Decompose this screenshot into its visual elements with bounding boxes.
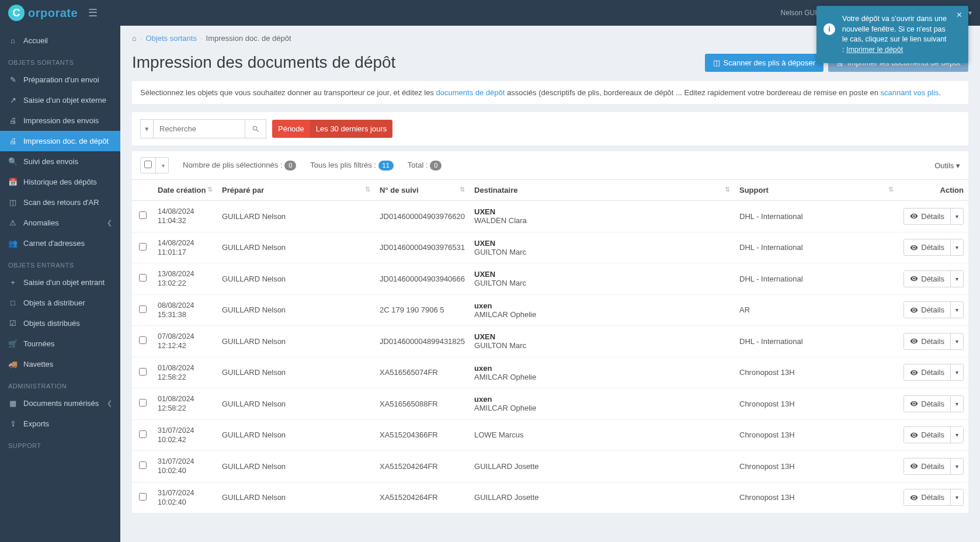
cell-preparer: GUILLARD Nelson bbox=[217, 201, 375, 232]
cell-preparer: GUILLARD Nelson bbox=[217, 419, 375, 451]
cell-date: 01/08/202412:58:22 bbox=[153, 388, 217, 420]
sidebar-item-tournees[interactable]: 🛒Tournées bbox=[0, 333, 120, 354]
filtered-count: Tous les plis filtrés : 11 bbox=[310, 161, 394, 171]
cell-suivi: XA515204264FR bbox=[375, 451, 470, 482]
home-icon[interactable]: ⌂ bbox=[132, 34, 137, 43]
details-button[interactable]: Détails bbox=[904, 458, 950, 474]
scan-plis-button[interactable]: ◫ Scanner des plis à déposer bbox=[705, 54, 824, 72]
details-dropdown[interactable]: ▾ bbox=[950, 396, 963, 412]
details-button[interactable]: Détails bbox=[904, 489, 950, 505]
col-suivi[interactable]: N° de suivi⇅ bbox=[375, 180, 470, 201]
col-action: Action bbox=[898, 180, 968, 201]
sidebar-item-preparation-envoi[interactable]: ✎Préparation d'un envoi bbox=[0, 70, 120, 90]
upload-icon: ⇪ bbox=[8, 419, 18, 428]
sidebar-item-impression-envois[interactable]: 🖨Impression des envois bbox=[0, 110, 120, 131]
sidebar-item-historique-depots[interactable]: 📅Historique des dépôts bbox=[0, 172, 120, 192]
row-checkbox[interactable] bbox=[139, 399, 147, 406]
select-all-checkbox[interactable] bbox=[144, 161, 152, 168]
col-support[interactable]: Support⇅ bbox=[735, 180, 898, 201]
sidebar-item-home[interactable]: ⌂Accueil bbox=[0, 30, 120, 51]
app-logo[interactable]: C orporate bbox=[8, 5, 78, 21]
table-row: 31/07/202410:02:40GUILLARD NelsonXA51520… bbox=[132, 482, 968, 513]
row-checkbox[interactable] bbox=[139, 243, 147, 251]
info-link-documents[interactable]: documents de dépôt bbox=[436, 88, 505, 97]
row-checkbox[interactable] bbox=[139, 461, 147, 469]
period-label: Période bbox=[272, 120, 310, 138]
search-button[interactable] bbox=[245, 120, 266, 138]
row-checkbox[interactable] bbox=[139, 211, 147, 219]
toast-link[interactable]: Imprimer le dépôt bbox=[846, 46, 903, 54]
cell-preparer: GUILLARD Nelson bbox=[217, 388, 375, 420]
search-type-dropdown[interactable]: ▾ bbox=[141, 120, 154, 138]
cell-support: DHL - International bbox=[735, 263, 898, 295]
details-dropdown[interactable]: ▾ bbox=[950, 209, 963, 224]
details-dropdown[interactable]: ▾ bbox=[950, 458, 963, 474]
sidebar-item-navettes[interactable]: 🚚Navettes bbox=[0, 354, 120, 374]
details-dropdown[interactable]: ▾ bbox=[950, 364, 963, 380]
row-checkbox[interactable] bbox=[139, 368, 147, 376]
sidebar-item-saisie-objet-entrant[interactable]: +Saisie d'un objet entrant bbox=[0, 272, 120, 293]
table-row: 31/07/202410:02:42GUILLARD NelsonXA51520… bbox=[132, 419, 968, 451]
chevron-down-icon: ▾ bbox=[956, 161, 960, 170]
sidebar-item-objets-distribues[interactable]: ☑Objets distribués bbox=[0, 313, 120, 333]
cell-support: Chronopost 13H bbox=[735, 451, 898, 482]
details-dropdown[interactable]: ▾ bbox=[950, 489, 963, 505]
details-button[interactable]: Détails bbox=[904, 271, 950, 287]
sidebar-item-anomalies[interactable]: ⚠Anomalies❮ bbox=[0, 213, 120, 233]
details-dropdown[interactable]: ▾ bbox=[950, 333, 963, 349]
details-button[interactable]: Détails bbox=[904, 209, 950, 224]
breadcrumb-link-sortants[interactable]: Objets sortants bbox=[145, 34, 196, 43]
details-button[interactable]: Détails bbox=[904, 333, 950, 349]
breadcrumb-current: Impression doc. de dépôt bbox=[206, 34, 291, 43]
row-checkbox[interactable] bbox=[139, 274, 147, 282]
cell-destinataire: GUILLARD Josette bbox=[470, 482, 735, 513]
details-button[interactable]: Détails bbox=[904, 427, 950, 443]
details-button[interactable]: Détails bbox=[904, 396, 950, 412]
sidebar-item-impression-doc-depot[interactable]: 🖨Impression doc. de dépôt bbox=[0, 131, 120, 151]
sidebar-item-suivi-envois[interactable]: 🔍Suivi des envois bbox=[0, 151, 120, 172]
select-all-dropdown[interactable]: ▾ bbox=[158, 159, 168, 172]
cell-date: 01/08/202412:58:22 bbox=[153, 357, 217, 388]
details-dropdown[interactable]: ▾ bbox=[950, 427, 963, 443]
data-table: Date création⇅ Préparé par⇅ N° de suivi⇅… bbox=[132, 179, 968, 513]
sidebar-item-label: Documents numérisés bbox=[23, 399, 99, 408]
row-checkbox[interactable] bbox=[139, 493, 147, 501]
period-filter[interactable]: Période Les 30 derniers jours bbox=[272, 120, 392, 138]
eye-icon bbox=[910, 244, 918, 252]
details-dropdown[interactable]: ▾ bbox=[950, 302, 963, 318]
row-checkbox[interactable] bbox=[139, 305, 147, 313]
sidebar-item-saisie-objet-externe[interactable]: ↗Saisie d'un objet externe bbox=[0, 90, 120, 110]
search-input[interactable] bbox=[154, 120, 245, 138]
col-date[interactable]: Date création⇅ bbox=[153, 180, 217, 201]
sidebar-section-sortants: OBJETS SORTANTS bbox=[0, 51, 120, 70]
cell-support: Chronopost 13H bbox=[735, 388, 898, 420]
details-button[interactable]: Détails bbox=[904, 302, 950, 318]
info-link-scanner[interactable]: scannant vos plis bbox=[881, 88, 939, 97]
col-destinataire[interactable]: Destinataire⇅ bbox=[470, 180, 735, 201]
external-icon: ↗ bbox=[8, 96, 18, 105]
cell-suivi: XA516565088FR bbox=[375, 388, 470, 420]
sidebar-item-documents-numerises[interactable]: ▦Documents numérisés❮ bbox=[0, 393, 120, 414]
sort-icon: ⇅ bbox=[207, 186, 213, 193]
details-button[interactable]: Détails bbox=[904, 239, 950, 255]
sidebar-item-label: Carnet d'adresses bbox=[23, 239, 85, 248]
sidebar-item-carnet-adresses[interactable]: 👥Carnet d'adresses bbox=[0, 233, 120, 253]
details-dropdown[interactable]: ▾ bbox=[950, 271, 963, 287]
toast-close-button[interactable]: ✕ bbox=[956, 11, 962, 21]
details-button[interactable]: Détails bbox=[904, 364, 950, 380]
selection-bar: ▾ Nombre de plis sélectionnés : 0 Tous l… bbox=[132, 151, 968, 179]
row-checkbox[interactable] bbox=[139, 336, 147, 344]
sidebar-item-exports[interactable]: ⇪Exports bbox=[0, 414, 120, 434]
cell-date: 14/08/202411:04:32 bbox=[153, 201, 217, 232]
sidebar-item-label: Accueil bbox=[23, 36, 48, 45]
tools-menu[interactable]: Outils ▾ bbox=[934, 161, 960, 170]
col-preparer[interactable]: Préparé par⇅ bbox=[217, 180, 375, 201]
details-dropdown[interactable]: ▾ bbox=[950, 239, 963, 255]
hamburger-icon[interactable]: ☰ bbox=[88, 6, 98, 19]
sidebar-item-scan-retours-ar[interactable]: ◫Scan des retours d'AR bbox=[0, 192, 120, 213]
row-checkbox[interactable] bbox=[139, 430, 147, 438]
sidebar-item-label: Anomalies bbox=[23, 218, 59, 227]
barcode-icon: ◫ bbox=[8, 198, 18, 207]
sidebar-item-objets-distribuer[interactable]: □Objets à distribuer bbox=[0, 293, 120, 313]
sidebar-section-entrants: OBJETS ENTRANTS bbox=[0, 253, 120, 272]
